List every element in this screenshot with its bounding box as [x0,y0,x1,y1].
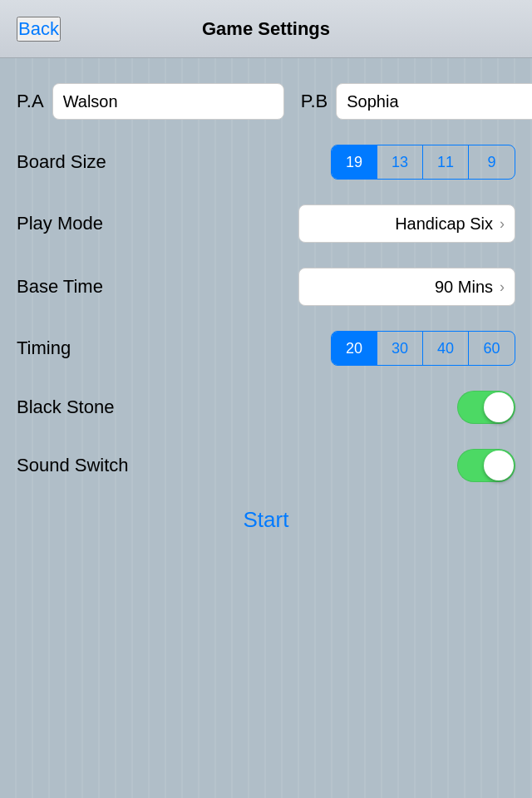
timing-20[interactable]: 20 [332,332,377,365]
player-b-section: P.B [301,83,532,120]
board-size-row: Board Size 19 13 11 9 [17,145,515,180]
timing-40[interactable]: 40 [423,332,469,365]
base-time-label: Base Time [17,276,103,298]
base-time-value: 90 Mins [435,278,493,297]
timing-30[interactable]: 30 [377,332,423,365]
black-stone-row: Black Stone [17,391,515,424]
base-time-row: Base Time 90 Mins › [17,268,515,306]
timing-row: Timing 20 30 40 60 [17,331,515,366]
sound-switch-toggle[interactable] [457,449,515,482]
sound-switch-row: Sound Switch [17,449,515,482]
player-row: P.A P.B [17,83,515,120]
base-time-selector[interactable]: 90 Mins › [298,268,515,306]
back-button[interactable]: Back [17,17,61,42]
board-size-13[interactable]: 13 [377,145,423,179]
board-size-11[interactable]: 11 [423,145,469,179]
sound-switch-toggle-knob [484,451,514,480]
player-b-label: P.B [301,91,328,112]
player-a-input[interactable] [52,83,284,120]
player-b-input[interactable] [336,83,532,120]
player-a-section: P.A [17,83,284,120]
board-size-label: Board Size [17,151,106,173]
board-size-19[interactable]: 19 [332,145,377,179]
timing-60[interactable]: 60 [469,332,515,365]
main-content: P.A P.B Board Size 19 13 11 9 Play Mode … [0,58,532,549]
sound-switch-label: Sound Switch [17,455,457,476]
board-size-segment: 19 13 11 9 [331,145,515,180]
play-mode-selector[interactable]: Handicap Six › [298,204,515,243]
black-stone-toggle-knob [484,392,514,422]
timing-label: Timing [17,337,71,359]
black-stone-toggle[interactable] [457,391,515,424]
page-title: Game Settings [202,18,330,40]
board-size-9[interactable]: 9 [469,145,515,179]
timing-segment: 20 30 40 60 [331,331,515,366]
play-mode-label: Play Mode [17,213,103,234]
start-button[interactable]: Start [244,507,289,533]
player-a-label: P.A [17,91,44,112]
base-time-chevron-icon: › [500,278,505,296]
black-stone-label: Black Stone [17,397,457,418]
play-mode-chevron-icon: › [500,215,505,233]
start-container: Start [17,507,515,533]
play-mode-value: Handicap Six [395,214,493,234]
play-mode-row: Play Mode Handicap Six › [17,204,515,243]
navigation-bar: Back Game Settings [0,0,532,58]
